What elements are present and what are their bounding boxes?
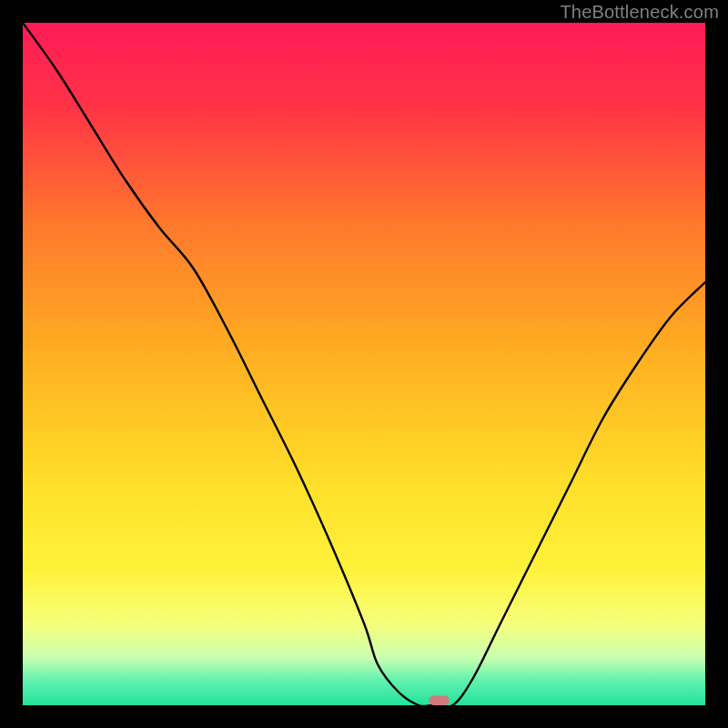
watermark-text: TheBottleneck.com xyxy=(560,2,719,23)
plot-svg xyxy=(23,23,705,705)
chart-frame: TheBottleneck.com xyxy=(0,0,728,728)
gradient-background xyxy=(23,23,705,705)
plot-area xyxy=(23,23,705,705)
bottleneck-marker xyxy=(429,696,450,706)
